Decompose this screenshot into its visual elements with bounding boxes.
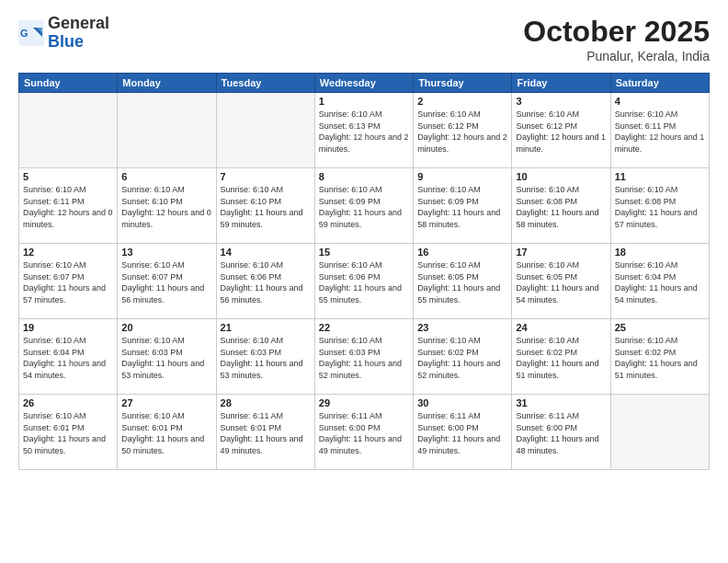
- table-row: 26Sunrise: 6:10 AM Sunset: 6:01 PM Dayli…: [19, 395, 118, 470]
- table-row: 12Sunrise: 6:10 AM Sunset: 6:07 PM Dayli…: [19, 244, 118, 319]
- calendar-week-row: 1Sunrise: 6:10 AM Sunset: 6:13 PM Daylig…: [19, 93, 710, 168]
- table-row: 7Sunrise: 6:10 AM Sunset: 6:10 PM Daylig…: [216, 168, 314, 244]
- col-monday: Monday: [118, 74, 216, 93]
- table-row: 31Sunrise: 6:11 AM Sunset: 6:00 PM Dayli…: [512, 395, 610, 470]
- day-info: Sunrise: 6:10 AM Sunset: 6:02 PM Dayligh…: [516, 335, 606, 381]
- day-info: Sunrise: 6:11 AM Sunset: 6:00 PM Dayligh…: [319, 410, 409, 456]
- table-row: 30Sunrise: 6:11 AM Sunset: 6:00 PM Dayli…: [414, 395, 512, 470]
- table-row: 17Sunrise: 6:10 AM Sunset: 6:05 PM Dayli…: [512, 244, 610, 319]
- table-row: [118, 93, 216, 168]
- day-number: 15: [319, 247, 409, 258]
- day-info: Sunrise: 6:10 AM Sunset: 6:08 PM Dayligh…: [615, 184, 705, 230]
- day-number: 24: [516, 322, 606, 333]
- day-info: Sunrise: 6:10 AM Sunset: 6:06 PM Dayligh…: [221, 259, 311, 305]
- day-number: 12: [23, 247, 113, 258]
- table-row: 5Sunrise: 6:10 AM Sunset: 6:11 PM Daylig…: [19, 168, 118, 244]
- day-number: 25: [615, 322, 705, 333]
- day-info: Sunrise: 6:10 AM Sunset: 6:03 PM Dayligh…: [221, 335, 311, 381]
- day-info: Sunrise: 6:10 AM Sunset: 6:12 PM Dayligh…: [417, 109, 507, 155]
- calendar: Sunday Monday Tuesday Wednesday Thursday…: [18, 73, 710, 470]
- table-row: [610, 395, 709, 470]
- calendar-week-row: 26Sunrise: 6:10 AM Sunset: 6:01 PM Dayli…: [19, 395, 710, 470]
- table-row: 1Sunrise: 6:10 AM Sunset: 6:13 PM Daylig…: [314, 93, 413, 168]
- col-wednesday: Wednesday: [314, 74, 413, 93]
- day-info: Sunrise: 6:10 AM Sunset: 6:01 PM Dayligh…: [23, 410, 113, 456]
- day-number: 21: [221, 322, 311, 333]
- calendar-week-row: 5Sunrise: 6:10 AM Sunset: 6:11 PM Daylig…: [19, 168, 710, 244]
- table-row: 2Sunrise: 6:10 AM Sunset: 6:12 PM Daylig…: [414, 93, 512, 168]
- day-info: Sunrise: 6:11 AM Sunset: 6:01 PM Dayligh…: [221, 410, 311, 456]
- day-number: 22: [319, 322, 409, 333]
- day-info: Sunrise: 6:10 AM Sunset: 6:03 PM Dayligh…: [319, 335, 409, 381]
- calendar-week-row: 19Sunrise: 6:10 AM Sunset: 6:04 PM Dayli…: [19, 319, 710, 395]
- day-info: Sunrise: 6:10 AM Sunset: 6:09 PM Dayligh…: [319, 184, 409, 230]
- table-row: 23Sunrise: 6:10 AM Sunset: 6:02 PM Dayli…: [414, 319, 512, 395]
- day-number: 10: [516, 171, 606, 182]
- table-row: 29Sunrise: 6:11 AM Sunset: 6:00 PM Dayli…: [314, 395, 413, 470]
- day-number: 30: [417, 397, 507, 408]
- day-info: Sunrise: 6:10 AM Sunset: 6:05 PM Dayligh…: [417, 259, 507, 305]
- col-tuesday: Tuesday: [216, 74, 314, 93]
- calendar-header-row: Sunday Monday Tuesday Wednesday Thursday…: [19, 74, 710, 93]
- table-row: 27Sunrise: 6:10 AM Sunset: 6:01 PM Dayli…: [118, 395, 216, 470]
- day-number: 8: [319, 171, 409, 182]
- table-row: 3Sunrise: 6:10 AM Sunset: 6:12 PM Daylig…: [512, 93, 610, 168]
- day-info: Sunrise: 6:10 AM Sunset: 6:07 PM Dayligh…: [23, 259, 113, 305]
- day-number: 17: [516, 247, 606, 258]
- col-friday: Friday: [512, 74, 610, 93]
- day-number: 20: [121, 322, 211, 333]
- calendar-week-row: 12Sunrise: 6:10 AM Sunset: 6:07 PM Dayli…: [19, 244, 710, 319]
- day-number: 5: [23, 171, 113, 182]
- table-row: 8Sunrise: 6:10 AM Sunset: 6:09 PM Daylig…: [314, 168, 413, 244]
- day-number: 4: [615, 96, 705, 107]
- table-row: 10Sunrise: 6:10 AM Sunset: 6:08 PM Dayli…: [512, 168, 610, 244]
- day-number: 18: [615, 247, 705, 258]
- day-number: 2: [417, 96, 507, 107]
- day-number: 23: [417, 322, 507, 333]
- table-row: 16Sunrise: 6:10 AM Sunset: 6:05 PM Dayli…: [414, 244, 512, 319]
- day-info: Sunrise: 6:11 AM Sunset: 6:00 PM Dayligh…: [417, 410, 507, 456]
- col-thursday: Thursday: [414, 74, 512, 93]
- day-info: Sunrise: 6:10 AM Sunset: 6:07 PM Dayligh…: [121, 259, 211, 305]
- day-number: 31: [516, 397, 606, 408]
- day-info: Sunrise: 6:10 AM Sunset: 6:03 PM Dayligh…: [121, 335, 211, 381]
- month-title: October 2025: [523, 15, 710, 49]
- table-row: 18Sunrise: 6:10 AM Sunset: 6:04 PM Dayli…: [610, 244, 709, 319]
- day-number: 13: [121, 247, 211, 258]
- table-row: 28Sunrise: 6:11 AM Sunset: 6:01 PM Dayli…: [216, 395, 314, 470]
- day-info: Sunrise: 6:10 AM Sunset: 6:10 PM Dayligh…: [121, 184, 211, 230]
- table-row: [216, 93, 314, 168]
- day-info: Sunrise: 6:10 AM Sunset: 6:13 PM Dayligh…: [319, 109, 409, 155]
- table-row: 13Sunrise: 6:10 AM Sunset: 6:07 PM Dayli…: [118, 244, 216, 319]
- table-row: 6Sunrise: 6:10 AM Sunset: 6:10 PM Daylig…: [118, 168, 216, 244]
- table-row: 22Sunrise: 6:10 AM Sunset: 6:03 PM Dayli…: [314, 319, 413, 395]
- day-number: 11: [615, 171, 705, 182]
- col-saturday: Saturday: [610, 74, 709, 93]
- table-row: 15Sunrise: 6:10 AM Sunset: 6:06 PM Dayli…: [314, 244, 413, 319]
- table-row: 20Sunrise: 6:10 AM Sunset: 6:03 PM Dayli…: [118, 319, 216, 395]
- day-info: Sunrise: 6:10 AM Sunset: 6:10 PM Dayligh…: [221, 184, 311, 230]
- table-row: 11Sunrise: 6:10 AM Sunset: 6:08 PM Dayli…: [610, 168, 709, 244]
- day-number: 27: [121, 397, 211, 408]
- logo: G General Blue: [18, 15, 109, 52]
- day-number: 7: [221, 171, 311, 182]
- day-info: Sunrise: 6:10 AM Sunset: 6:02 PM Dayligh…: [417, 335, 507, 381]
- table-row: [19, 93, 118, 168]
- day-info: Sunrise: 6:10 AM Sunset: 6:08 PM Dayligh…: [516, 184, 606, 230]
- table-row: 25Sunrise: 6:10 AM Sunset: 6:02 PM Dayli…: [610, 319, 709, 395]
- logo-icon: G: [18, 20, 44, 46]
- day-number: 6: [121, 171, 211, 182]
- day-info: Sunrise: 6:10 AM Sunset: 6:12 PM Dayligh…: [516, 109, 606, 155]
- logo-general: General: [48, 15, 109, 33]
- logo-text: General Blue: [48, 15, 109, 52]
- day-number: 16: [417, 247, 507, 258]
- table-row: 19Sunrise: 6:10 AM Sunset: 6:04 PM Dayli…: [19, 319, 118, 395]
- svg-text:G: G: [20, 28, 28, 39]
- day-info: Sunrise: 6:10 AM Sunset: 6:04 PM Dayligh…: [615, 259, 705, 305]
- day-info: Sunrise: 6:11 AM Sunset: 6:00 PM Dayligh…: [516, 410, 606, 456]
- col-sunday: Sunday: [19, 74, 118, 93]
- day-number: 28: [221, 397, 311, 408]
- day-info: Sunrise: 6:10 AM Sunset: 6:04 PM Dayligh…: [23, 335, 113, 381]
- day-info: Sunrise: 6:10 AM Sunset: 6:09 PM Dayligh…: [417, 184, 507, 230]
- table-row: 14Sunrise: 6:10 AM Sunset: 6:06 PM Dayli…: [216, 244, 314, 319]
